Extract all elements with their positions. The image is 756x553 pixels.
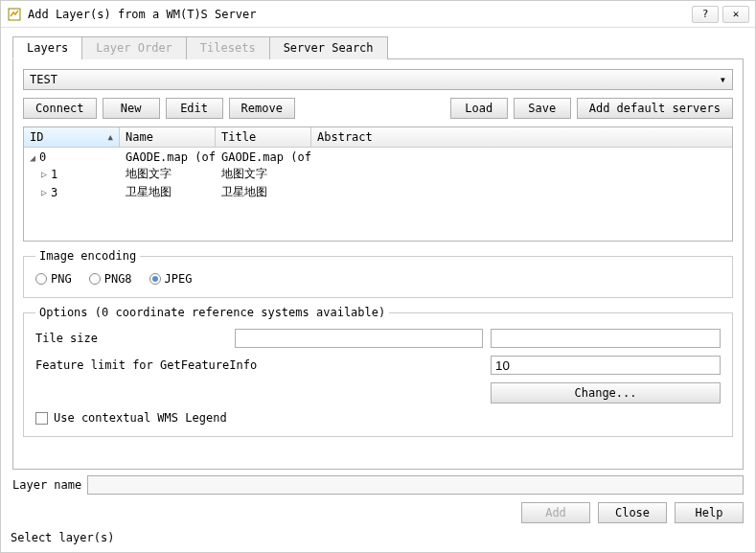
window-title: Add Layer(s) from a WM(T)S Server — [28, 8, 688, 21]
options-group: Options (0 coordinate reference systems … — [23, 306, 733, 437]
radio-jpeg[interactable]: JPEG — [149, 272, 193, 286]
layer-name-input[interactable] — [87, 475, 744, 495]
new-button[interactable]: New — [103, 98, 160, 119]
tile-size-input-b[interactable] — [491, 329, 721, 348]
status-bar: Select layer(s) — [1, 527, 755, 552]
table-row[interactable]: ◢0 GAODE.map (of… GAODE.map (of… — [24, 150, 732, 165]
radio-png8[interactable]: PNG8 — [89, 272, 132, 286]
add-button[interactable]: Add — [521, 502, 590, 523]
radio-icon — [89, 273, 101, 285]
radio-icon — [149, 273, 161, 285]
tree-expand-open-icon[interactable]: ◢ — [30, 152, 39, 163]
col-abstract[interactable]: Abstract — [311, 127, 732, 147]
tab-layers[interactable]: Layers — [12, 36, 82, 59]
help-title-button[interactable]: ? — [692, 6, 719, 23]
title-bar: Add Layer(s) from a WM(T)S Server ? ✕ — [1, 1, 755, 28]
col-id[interactable]: ID ▲ — [24, 127, 120, 147]
tab-tilesets[interactable]: Tilesets — [186, 36, 270, 59]
sort-asc-icon: ▲ — [108, 132, 113, 142]
load-button[interactable]: Load — [450, 98, 508, 119]
image-encoding-group: Image encoding PNG PNG8 JPEG — [23, 249, 733, 298]
col-name[interactable]: Name — [120, 127, 216, 147]
col-title[interactable]: Title — [216, 127, 311, 147]
table-row[interactable]: ▷3 卫星地图 卫星地图 — [24, 183, 732, 201]
tab-strip: Layers Layer Order Tilesets Server Searc… — [12, 35, 744, 59]
change-button[interactable]: Change... — [491, 382, 721, 403]
window: Add Layer(s) from a WM(T)S Server ? ✕ La… — [0, 0, 756, 553]
tab-body: TEST ▾ Connect New Edit Remove Load Save… — [12, 59, 744, 470]
table-header: ID ▲ Name Title Abstract — [24, 127, 732, 148]
app-icon — [7, 7, 22, 22]
table-body: ◢0 GAODE.map (of… GAODE.map (of… ▷1 地图文字… — [24, 148, 732, 203]
content: Layers Layer Order Tilesets Server Searc… — [1, 28, 755, 527]
layer-name-label: Layer name — [12, 478, 81, 492]
add-default-servers-button[interactable]: Add default servers — [577, 98, 733, 119]
feature-limit-label: Feature limit for GetFeatureInfo — [35, 358, 483, 372]
help-button[interactable]: Help — [675, 502, 744, 523]
spacer — [301, 98, 445, 119]
checkbox-icon — [35, 412, 48, 425]
tab-server-search[interactable]: Server Search — [269, 36, 388, 59]
close-title-button[interactable]: ✕ — [722, 6, 749, 23]
image-encoding-legend: Image encoding — [35, 249, 140, 263]
close-button[interactable]: Close — [598, 502, 667, 523]
server-button-row: Connect New Edit Remove Load Save Add de… — [23, 98, 733, 119]
server-dropdown[interactable]: TEST ▾ — [23, 69, 733, 90]
tile-size-label: Tile size — [35, 332, 227, 345]
tree-expand-closed-icon[interactable]: ▷ — [41, 187, 51, 197]
radio-png[interactable]: PNG — [35, 272, 72, 286]
options-legend: Options (0 coordinate reference systems … — [35, 306, 389, 319]
feature-limit-input[interactable] — [491, 356, 721, 375]
radio-icon — [35, 273, 47, 285]
use-contextual-checkbox[interactable]: Use contextual WMS Legend — [35, 411, 721, 425]
tile-size-input-a[interactable] — [235, 329, 483, 348]
tab-layer-order[interactable]: Layer Order — [81, 36, 186, 59]
layer-name-row: Layer name — [12, 475, 744, 495]
table-row[interactable]: ▷1 地图文字 地图文字 — [24, 165, 732, 183]
remove-button[interactable]: Remove — [229, 98, 295, 119]
dialog-button-row: Add Close Help — [12, 502, 744, 523]
tree-expand-closed-icon[interactable]: ▷ — [41, 169, 51, 179]
layers-table: ID ▲ Name Title Abstract ◢0 GAODE.map (o… — [23, 127, 733, 242]
status-text: Select layer(s) — [11, 531, 114, 544]
save-button[interactable]: Save — [514, 98, 571, 119]
connect-button[interactable]: Connect — [23, 98, 97, 119]
chevron-down-icon: ▾ — [720, 73, 726, 86]
server-dropdown-value: TEST — [30, 73, 57, 86]
edit-button[interactable]: Edit — [166, 98, 223, 119]
